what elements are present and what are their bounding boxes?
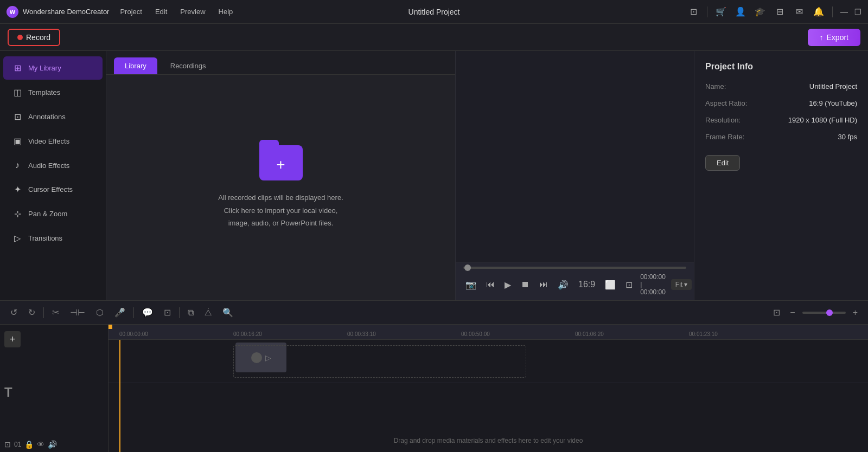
volume-button[interactable]: 🔊 (556, 279, 571, 291)
sidebar-item-label-audio-effects: Audio Effects (28, 162, 69, 170)
edit-button[interactable]: Edit (705, 155, 740, 171)
project-title: Untitled Project (409, 8, 460, 16)
redo-button[interactable]: ↻ (25, 306, 38, 319)
tab-library[interactable]: Library (114, 57, 157, 74)
sidebar-item-my-library[interactable]: ⊞ My Library (3, 56, 103, 80)
layer-button[interactable]: ⧉ (185, 306, 196, 319)
track-audio-icon[interactable]: 🔊 (48, 440, 57, 449)
add-track-button[interactable]: + (4, 331, 21, 347)
track-lock-icon[interactable]: 🔒 (24, 440, 34, 449)
track-number: 01 (14, 441, 21, 448)
video-effects-icon: ▣ (12, 136, 23, 146)
project-info-panel: Project Info Name: Untitled Project Aspe… (694, 51, 868, 300)
ruler-mark-1: 00:00:16:20 (233, 331, 262, 337)
library-line2: Click here to import your local video, (224, 206, 338, 215)
zoom-controls: ⊡ − + (770, 306, 860, 319)
divider-2 (832, 7, 833, 17)
sidebar-item-transitions[interactable]: ▷ Transitions (3, 227, 103, 250)
search-button[interactable]: 🔍 (220, 306, 236, 319)
zoom-in-button[interactable]: + (850, 306, 860, 319)
record-button[interactable]: Record (8, 29, 60, 46)
menu-preview[interactable]: Preview (180, 5, 205, 18)
next-frame-button[interactable]: ⏭ (537, 279, 550, 290)
tab-recordings[interactable]: Recordings (159, 57, 217, 74)
fit-button[interactable]: Fit ▾ (671, 279, 692, 290)
preview-video (456, 51, 694, 262)
preview-seekbar[interactable] (463, 267, 686, 269)
asset-icon[interactable]: ⊟ (774, 6, 786, 18)
screenshot-button[interactable]: 📷 (463, 279, 478, 291)
library-line1: All recorded clips will be displayed her… (218, 193, 343, 202)
aspect-button[interactable]: ⊡ (623, 279, 635, 291)
sidebar-item-pan-zoom[interactable]: ⊹ Pan & Zoom (3, 202, 103, 225)
main-content: ⊞ My Library ◫ Templates ⊡ Annotations ▣… (0, 51, 868, 300)
timeline-right: 00:00:00:00 00:00:16:20 00:00:33:10 00:0… (108, 325, 868, 452)
fit-timeline-button[interactable]: ⊡ (770, 306, 783, 319)
preview-buttons: 📷 ⏮ ▶ ⏹ ⏭ 🔊 16:9 ⬜ ⊡ 00:00:00 | 00:00:00… (463, 273, 686, 296)
export-button[interactable]: ↑ Export (808, 29, 860, 46)
export-icon: ↑ (820, 33, 824, 42)
name-label: Name: (705, 82, 726, 91)
timeline-toolbar: ↺ ↻ ✂ ⊣⊢ ⬡ 🎤 💬 ⊡ ⧉ ⧊ 🔍 ⊡ − + (0, 301, 868, 325)
sidebar: ⊞ My Library ◫ Templates ⊡ Annotations ▣… (0, 51, 106, 300)
app-name: Wondershare DemoCreator (23, 8, 109, 16)
crop-button[interactable]: ⬜ (603, 279, 618, 291)
menu-help[interactable]: Help (219, 5, 233, 18)
library-content[interactable]: + All recorded clips will be displayed h… (106, 75, 455, 300)
play-button[interactable]: ▶ (502, 279, 513, 291)
undo-button[interactable]: ↺ (8, 306, 20, 319)
frame-rate-label: Frame Rate: (705, 133, 744, 141)
ruler-mark-3: 00:00:50:00 (461, 331, 490, 337)
ratio-button[interactable]: 16:9 (576, 279, 597, 290)
time-current: 00:00:00 (640, 273, 666, 281)
upgrade-icon[interactable]: 🛒 (715, 6, 727, 18)
record-dot-icon (17, 35, 23, 40)
sidebar-item-label-cursor-effects: Cursor Effects (28, 185, 73, 193)
shield-button[interactable]: ⬡ (93, 306, 106, 319)
playhead-head (108, 325, 112, 329)
prev-frame-button[interactable]: ⏮ (484, 279, 497, 290)
timeline-area: ↺ ↻ ✂ ⊣⊢ ⬡ 🎤 💬 ⊡ ⧉ ⧊ 🔍 ⊡ − + + T ⊡ 01 (0, 300, 868, 452)
ruler-mark-0: 00:00:00:00 (119, 331, 148, 337)
trim-button[interactable]: ✂ (49, 306, 62, 319)
frame-rate-value: 30 fps (838, 133, 857, 141)
sidebar-item-video-effects[interactable]: ▣ Video Effects (3, 130, 103, 153)
sidebar-item-label-video-effects: Video Effects (28, 137, 69, 145)
maximize-button[interactable]: ❐ (854, 8, 861, 16)
screen-record-icon[interactable]: ⊡ (687, 6, 699, 18)
library-panel: Library Recordings + All recorded clips … (106, 51, 456, 300)
zoom-out-button[interactable]: − (787, 306, 797, 319)
timeline-tracks: ▷ Drag and drop media materials and effe… (108, 340, 868, 452)
stop-button[interactable]: ⏹ (519, 279, 532, 290)
sidebar-item-cursor-effects[interactable]: ✦ Cursor Effects (3, 178, 103, 201)
track-eye-icon[interactable]: 👁 (37, 440, 44, 449)
user-icon[interactable]: 👤 (735, 6, 746, 18)
sidebar-item-audio-effects[interactable]: ♪ Audio Effects (3, 154, 103, 177)
sidebar-item-templates[interactable]: ◫ Templates (3, 81, 103, 104)
minimize-button[interactable]: — (840, 8, 848, 16)
zoom-slider[interactable] (802, 312, 846, 314)
bell-icon[interactable]: 🔔 (813, 6, 825, 18)
split-button[interactable]: ⊣⊢ (67, 306, 88, 319)
tutorial-icon[interactable]: 🎓 (754, 6, 766, 18)
arrange-button[interactable]: ⧊ (202, 306, 214, 319)
sidebar-item-annotations[interactable]: ⊡ Annotations (3, 105, 103, 128)
library-line3: image, audio, or PowerPoint files. (228, 219, 334, 227)
menu-project[interactable]: Project (120, 5, 142, 18)
text-button[interactable]: ⊡ (161, 306, 174, 319)
library-tabs: Library Recordings (106, 51, 455, 75)
logo-icon: W (7, 6, 18, 18)
menu-items: Project Edit Preview Help (120, 5, 687, 18)
mic-button[interactable]: 🎤 (112, 306, 128, 319)
resolution-label: Resolution: (705, 116, 741, 124)
drop-hint: Drag and drop media materials and effect… (394, 437, 583, 444)
my-library-icon: ⊞ (12, 63, 23, 73)
mail-icon[interactable]: ✉ (793, 6, 805, 18)
aspect-ratio-label: Aspect Ratio: (705, 99, 747, 107)
drop-zone[interactable] (233, 345, 526, 378)
annotations-icon: ⊡ (12, 112, 23, 122)
app-logo: W Wondershare DemoCreator (7, 6, 109, 18)
chat-button[interactable]: 💬 (139, 306, 156, 319)
menu-edit[interactable]: Edit (155, 5, 167, 18)
timeline-ruler: 00:00:00:00 00:00:16:20 00:00:33:10 00:0… (108, 325, 868, 340)
